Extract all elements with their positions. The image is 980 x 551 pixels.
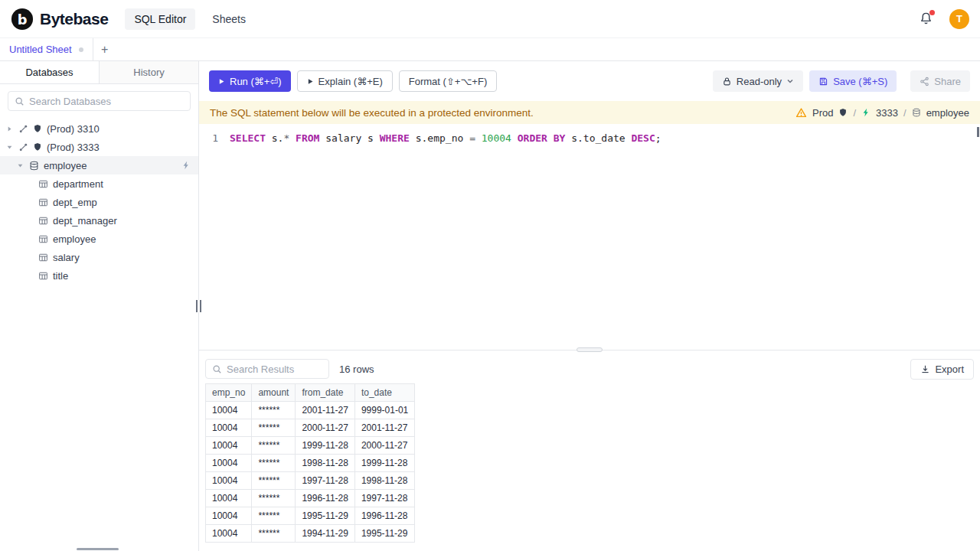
- sidebar-scrollbar[interactable]: [77, 548, 119, 550]
- editor-panel: Run (⌘+⏎) Explain (⌘+E) Format (⇧+⌥+F) R…: [199, 61, 980, 551]
- tree-item-database-employee[interactable]: employee: [0, 156, 198, 174]
- warning-triangle-icon: [795, 107, 807, 119]
- format-button-label: Format (⇧+⌥+F): [409, 76, 487, 87]
- sql-token: ;: [655, 132, 662, 144]
- database-search-input[interactable]: [29, 96, 184, 107]
- results-grid-container: emp_noamountfrom_dateto_date10004******2…: [199, 383, 980, 551]
- sql-token: 10004: [482, 132, 511, 144]
- avatar[interactable]: T: [949, 9, 969, 29]
- database-label: employee: [926, 107, 969, 119]
- unsaved-indicator-dot: [79, 47, 83, 52]
- tree-item-label: dept_emp: [53, 197, 97, 208]
- play-icon: [218, 78, 225, 85]
- notification-bell-icon[interactable]: [919, 11, 934, 27]
- sql-token: salary s: [319, 132, 379, 144]
- table-row[interactable]: 10004******2001-11-279999-01-01: [206, 402, 415, 419]
- database-search-box: [8, 91, 191, 111]
- instance-bolt-icon: [861, 108, 871, 117]
- tree-item-table-dept-emp[interactable]: dept_emp: [0, 193, 198, 211]
- table-icon: [38, 179, 48, 189]
- results-search-box: [205, 359, 329, 379]
- top-nav: SQL Editor Sheets: [125, 8, 255, 30]
- table-row[interactable]: 10004******1999-11-282000-11-27: [206, 437, 415, 455]
- editor-toolbar: Run (⌘+⏎) Explain (⌘+E) Format (⇧+⌥+F) R…: [199, 61, 980, 101]
- results-toolbar: 16 rows Export: [199, 354, 980, 383]
- column-header-to_date: to_date: [354, 384, 414, 402]
- sql-statement: SELECT s.* FROM salary s WHERE s.emp_no …: [230, 131, 662, 146]
- readonly-mode-button[interactable]: Read-only: [713, 70, 803, 92]
- export-button[interactable]: Export: [910, 359, 974, 380]
- cell: 9999-01-01: [354, 402, 414, 419]
- tree-item-table-employee[interactable]: employee: [0, 230, 198, 248]
- breadcrumb-separator: /: [853, 107, 856, 119]
- cell: ******: [252, 402, 296, 419]
- add-sheet-button[interactable]: +: [93, 38, 116, 60]
- sidebar: Databases History (Prod) 3310(Prod) 3333…: [0, 61, 199, 551]
- table-row[interactable]: 10004******1996-11-281997-11-28: [206, 490, 415, 507]
- tree-item-table-title[interactable]: title: [0, 266, 198, 285]
- cell: ******: [252, 472, 296, 490]
- connection-context: Prod / 3333 / employee: [795, 107, 969, 119]
- sql-token: ORDER BY: [518, 132, 566, 144]
- nav-sheets[interactable]: Sheets: [203, 8, 255, 30]
- table-row[interactable]: 10004******1998-11-281999-11-28: [206, 455, 415, 472]
- sheet-tab-untitled[interactable]: Untitled Sheet: [0, 38, 93, 60]
- results-resize-handle[interactable]: [577, 347, 603, 352]
- results-search-input[interactable]: [227, 364, 322, 375]
- cell: 1996-11-28: [296, 490, 355, 507]
- cell: ******: [252, 507, 296, 525]
- cell: 2000-11-27: [296, 419, 355, 437]
- table-row[interactable]: 10004******2000-11-272001-11-27: [206, 419, 415, 437]
- tree-item-table-dept-manager[interactable]: dept_manager: [0, 211, 198, 230]
- sidebar-tabs: Databases History: [0, 61, 198, 84]
- tree-item-instance-prod-3310[interactable]: (Prod) 3310: [0, 119, 198, 138]
- tree-item-instance-prod-3333[interactable]: (Prod) 3333: [0, 138, 198, 156]
- tree-item-label: employee: [44, 160, 87, 171]
- database-icon: [29, 161, 39, 171]
- sheet-tab-bar: Untitled Sheet +: [0, 38, 980, 61]
- chevron-down-icon[interactable]: [6, 144, 14, 151]
- cell: ******: [252, 437, 296, 455]
- nav-sql-editor[interactable]: SQL Editor: [125, 8, 195, 30]
- editor-scrollbar-thumb[interactable]: [977, 127, 979, 137]
- table-row[interactable]: 10004******1994-11-291995-11-29: [206, 525, 415, 543]
- sheet-tab-label: Untitled Sheet: [9, 44, 72, 55]
- sql-token: WHERE: [380, 132, 410, 144]
- tree-item-table-salary[interactable]: salary: [0, 248, 198, 266]
- results-panel: 16 rows Export emp_noamountfrom_dateto_d…: [199, 354, 980, 551]
- instance-connection-icon: [18, 142, 28, 152]
- cell: 2000-11-27: [354, 437, 414, 455]
- cell: 2001-11-27: [354, 419, 414, 437]
- brand: b Bytebase: [11, 8, 108, 31]
- breadcrumb-separator: /: [903, 107, 906, 119]
- run-button-label: Run (⌘+⏎): [230, 76, 282, 87]
- table-icon: [38, 216, 48, 226]
- alter-schema-bolt-icon[interactable]: [181, 161, 191, 170]
- tree-item-label: (Prod) 3310: [47, 123, 100, 135]
- sql-token: [289, 132, 296, 144]
- run-button[interactable]: Run (⌘+⏎): [209, 70, 291, 92]
- sql-token: [511, 132, 518, 144]
- table-row[interactable]: 10004******1997-11-281998-11-28: [206, 472, 415, 490]
- sidebar-resize-handle[interactable]: [196, 300, 201, 312]
- share-button[interactable]: Share: [910, 70, 970, 92]
- brand-name: Bytebase: [40, 10, 108, 28]
- row-count: 16 rows: [339, 364, 374, 375]
- explain-button-label: Explain (⌘+E): [318, 76, 383, 87]
- cell: 1997-11-28: [354, 490, 414, 507]
- table-row[interactable]: 10004******1995-11-291996-11-28: [206, 507, 415, 525]
- download-icon: [920, 364, 930, 374]
- environment-shield-icon: [838, 108, 848, 117]
- sql-editor[interactable]: 1 SELECT s.* FROM salary s WHERE s.emp_n…: [199, 124, 980, 350]
- explain-button[interactable]: Explain (⌘+E): [297, 70, 393, 92]
- tab-history[interactable]: History: [100, 61, 198, 83]
- chevron-down-icon[interactable]: [17, 162, 24, 169]
- instance-connection-icon: [18, 124, 28, 134]
- chevron-down-icon: [786, 77, 794, 85]
- tree-item-table-department[interactable]: department: [0, 174, 198, 193]
- chevron-right-icon[interactable]: [6, 126, 14, 132]
- tab-databases[interactable]: Databases: [0, 61, 100, 83]
- line-number: 1: [199, 131, 230, 146]
- save-button[interactable]: Save (⌘+S): [809, 70, 897, 92]
- format-button[interactable]: Format (⇧+⌥+F): [399, 70, 497, 92]
